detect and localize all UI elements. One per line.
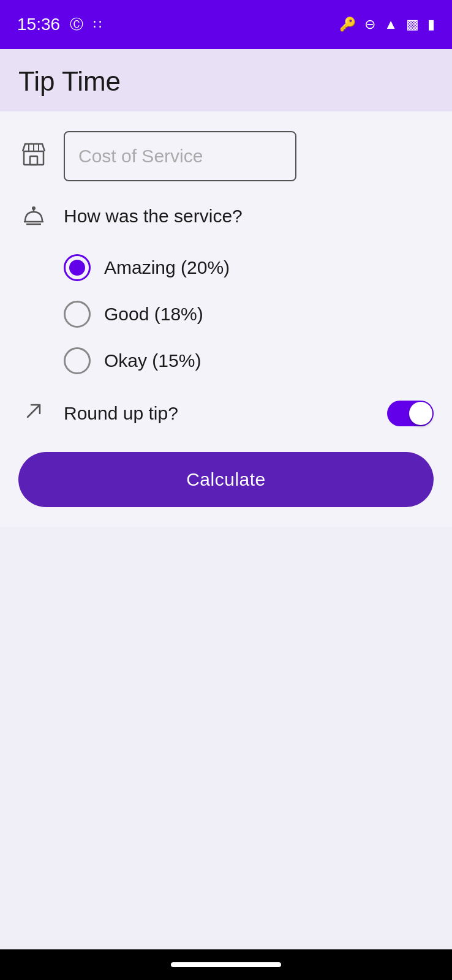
dots-icon: ∷ <box>93 17 102 32</box>
radio-option-amazing[interactable]: Amazing (20%) <box>64 247 434 288</box>
toggle-thumb <box>409 402 432 425</box>
sim-icon: Ⓒ <box>70 15 83 34</box>
radio-circle-good <box>64 301 91 328</box>
radio-circle-amazing <box>64 254 91 281</box>
radio-label-amazing: Amazing (20%) <box>104 257 230 278</box>
radio-option-good[interactable]: Good (18%) <box>64 293 434 335</box>
round-up-row: Round up tip? <box>18 399 434 428</box>
radio-group: Amazing (20%) Good (18%) Okay (15%) <box>18 247 434 382</box>
signal-icon: ▩ <box>406 17 419 32</box>
radio-circle-okay <box>64 347 91 374</box>
round-up-label: Round up tip? <box>64 403 372 424</box>
main-content: How was the service? Amazing (20%) Good … <box>0 111 452 527</box>
service-question-label: How was the service? <box>64 203 243 227</box>
bottom-pill <box>171 962 281 967</box>
round-up-icon <box>18 399 49 428</box>
battery-icon: ▮ <box>428 17 435 32</box>
radio-label-okay: Okay (15%) <box>104 350 201 371</box>
app-title: Tip Time <box>18 66 434 97</box>
key-icon: 🔑 <box>339 17 356 32</box>
status-bar: 15:36 Ⓒ ∷ 🔑 ⊖ ▲ ▩ ▮ <box>0 0 452 49</box>
cost-input-row <box>18 131 434 181</box>
status-time: 15:36 <box>17 15 60 34</box>
dnd-icon: ⊖ <box>364 17 375 32</box>
app-bar: Tip Time <box>0 49 452 111</box>
store-icon <box>18 140 49 172</box>
service-question-row: How was the service? <box>18 203 434 235</box>
status-right: 🔑 ⊖ ▲ ▩ ▮ <box>339 17 435 32</box>
cloche-icon <box>18 203 49 235</box>
svg-rect-0 <box>24 151 43 165</box>
round-up-toggle[interactable] <box>387 401 434 426</box>
radio-label-good: Good (18%) <box>104 304 203 325</box>
radio-inner-amazing <box>69 260 85 276</box>
cost-of-service-input[interactable] <box>64 131 296 181</box>
radio-option-okay[interactable]: Okay (15%) <box>64 340 434 382</box>
calculate-button[interactable]: Calculate <box>18 452 434 507</box>
svg-point-7 <box>32 206 36 210</box>
svg-rect-1 <box>30 156 37 165</box>
bottom-nav-bar <box>0 949 452 980</box>
wifi-icon: ▲ <box>384 17 397 32</box>
status-left: 15:36 Ⓒ ∷ <box>17 15 102 34</box>
